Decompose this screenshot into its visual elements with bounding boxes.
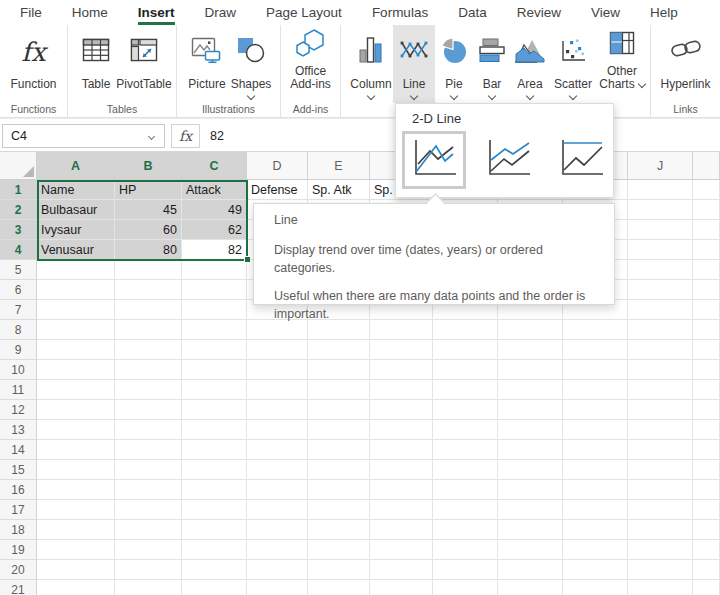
option-stacked-line-chart[interactable] bbox=[475, 131, 539, 189]
cell-C14[interactable] bbox=[182, 440, 247, 460]
cell-G12[interactable] bbox=[433, 400, 498, 420]
cell-C1[interactable]: Attack bbox=[182, 180, 247, 200]
cell-B7[interactable] bbox=[115, 300, 182, 320]
column-header-E[interactable]: E bbox=[308, 152, 370, 180]
cell-C3[interactable]: 62 bbox=[182, 220, 247, 240]
cell-I15[interactable] bbox=[563, 460, 628, 480]
cell-A7[interactable] bbox=[37, 300, 115, 320]
cell-partial-21[interactable] bbox=[693, 580, 720, 595]
area-chart-button[interactable]: Area bbox=[511, 25, 549, 103]
cell-J13[interactable] bbox=[628, 420, 693, 440]
cell-E17[interactable] bbox=[308, 500, 370, 520]
cell-I10[interactable] bbox=[563, 360, 628, 380]
select-all-corner[interactable] bbox=[0, 152, 37, 180]
row-header-1[interactable]: 1 bbox=[0, 180, 37, 200]
cell-C13[interactable] bbox=[182, 420, 247, 440]
cell-F18[interactable] bbox=[370, 520, 433, 540]
row-header-15[interactable]: 15 bbox=[0, 460, 37, 480]
cell-H13[interactable] bbox=[498, 420, 563, 440]
cell-E10[interactable] bbox=[308, 360, 370, 380]
office-addins-button[interactable]: Office Add-ins bbox=[284, 25, 338, 103]
cell-A6[interactable] bbox=[37, 280, 115, 300]
cell-G18[interactable] bbox=[433, 520, 498, 540]
bar-chart-button[interactable]: Bar bbox=[473, 25, 511, 103]
cell-B5[interactable] bbox=[115, 260, 182, 280]
cell-partial-4[interactable] bbox=[693, 240, 720, 260]
cell-C19[interactable] bbox=[182, 540, 247, 560]
scatter-chart-button[interactable]: Scatter bbox=[549, 25, 597, 103]
cell-E9[interactable] bbox=[308, 340, 370, 360]
cell-C10[interactable] bbox=[182, 360, 247, 380]
cell-J5[interactable] bbox=[628, 260, 693, 280]
cell-I12[interactable] bbox=[563, 400, 628, 420]
cell-B10[interactable] bbox=[115, 360, 182, 380]
cell-J3[interactable] bbox=[628, 220, 693, 240]
cell-B18[interactable] bbox=[115, 520, 182, 540]
cell-D11[interactable] bbox=[247, 380, 308, 400]
row-header-20[interactable]: 20 bbox=[0, 560, 37, 580]
cell-B3[interactable]: 60 bbox=[115, 220, 182, 240]
shapes-button[interactable]: Shapes bbox=[229, 25, 273, 103]
row-header-11[interactable]: 11 bbox=[0, 380, 37, 400]
cell-J11[interactable] bbox=[628, 380, 693, 400]
cell-F12[interactable] bbox=[370, 400, 433, 420]
row-header-3[interactable]: 3 bbox=[0, 220, 37, 240]
cell-F15[interactable] bbox=[370, 460, 433, 480]
cell-C16[interactable] bbox=[182, 480, 247, 500]
cell-C6[interactable] bbox=[182, 280, 247, 300]
cell-D20[interactable] bbox=[247, 560, 308, 580]
cell-I18[interactable] bbox=[563, 520, 628, 540]
row-header-4[interactable]: 4 bbox=[0, 240, 37, 260]
cell-E12[interactable] bbox=[308, 400, 370, 420]
cell-A18[interactable] bbox=[37, 520, 115, 540]
cell-F19[interactable] bbox=[370, 540, 433, 560]
cell-I9[interactable] bbox=[563, 340, 628, 360]
cell-G11[interactable] bbox=[433, 380, 498, 400]
cell-B9[interactable] bbox=[115, 340, 182, 360]
cell-E16[interactable] bbox=[308, 480, 370, 500]
cell-B4[interactable]: 80 bbox=[115, 240, 182, 260]
cell-partial-20[interactable] bbox=[693, 560, 720, 580]
cell-I11[interactable] bbox=[563, 380, 628, 400]
other-charts-button[interactable]: Other Charts bbox=[597, 25, 647, 103]
pie-chart-button[interactable]: Pie bbox=[435, 25, 473, 103]
cell-G9[interactable] bbox=[433, 340, 498, 360]
function-button[interactable]: fx Function bbox=[4, 25, 64, 103]
cell-H17[interactable] bbox=[498, 500, 563, 520]
row-header-8[interactable]: 8 bbox=[0, 320, 37, 340]
cell-partial-5[interactable] bbox=[693, 260, 720, 280]
cell-H18[interactable] bbox=[498, 520, 563, 540]
column-header-J[interactable]: J bbox=[628, 152, 693, 180]
cell-A9[interactable] bbox=[37, 340, 115, 360]
cell-partial-1[interactable] bbox=[693, 180, 720, 200]
cell-F11[interactable] bbox=[370, 380, 433, 400]
column-header-C[interactable]: C bbox=[182, 152, 247, 180]
cell-G19[interactable] bbox=[433, 540, 498, 560]
cell-J17[interactable] bbox=[628, 500, 693, 520]
row-header-18[interactable]: 18 bbox=[0, 520, 37, 540]
cell-G21[interactable] bbox=[433, 580, 498, 595]
cell-B12[interactable] bbox=[115, 400, 182, 420]
cell-J19[interactable] bbox=[628, 540, 693, 560]
column-chart-button[interactable]: Column bbox=[349, 25, 393, 103]
cell-H16[interactable] bbox=[498, 480, 563, 500]
cell-partial-13[interactable] bbox=[693, 420, 720, 440]
tab-draw[interactable]: Draw bbox=[205, 0, 237, 25]
row-header-13[interactable]: 13 bbox=[0, 420, 37, 440]
cell-D19[interactable] bbox=[247, 540, 308, 560]
cell-E21[interactable] bbox=[308, 580, 370, 595]
cell-J4[interactable] bbox=[628, 240, 693, 260]
cell-I17[interactable] bbox=[563, 500, 628, 520]
cell-H12[interactable] bbox=[498, 400, 563, 420]
cell-B13[interactable] bbox=[115, 420, 182, 440]
cell-D10[interactable] bbox=[247, 360, 308, 380]
cell-A20[interactable] bbox=[37, 560, 115, 580]
cell-E18[interactable] bbox=[308, 520, 370, 540]
cell-B6[interactable] bbox=[115, 280, 182, 300]
tab-insert[interactable]: Insert bbox=[138, 0, 175, 25]
cell-A13[interactable] bbox=[37, 420, 115, 440]
cell-J9[interactable] bbox=[628, 340, 693, 360]
cell-F14[interactable] bbox=[370, 440, 433, 460]
cell-G14[interactable] bbox=[433, 440, 498, 460]
pivottable-button[interactable]: PivotTable bbox=[116, 25, 172, 103]
